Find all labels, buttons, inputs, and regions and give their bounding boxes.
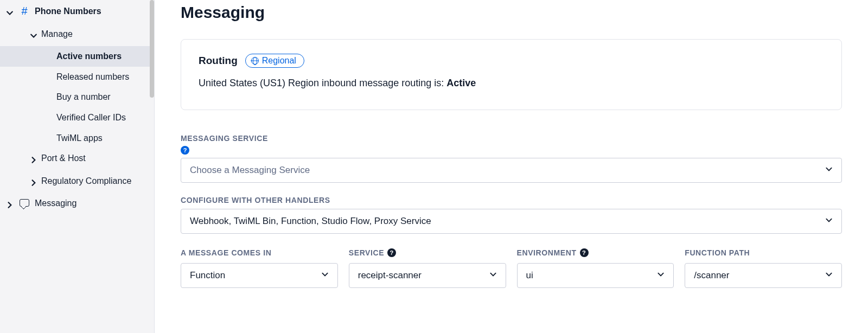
- messaging-service-label: Messaging Service: [181, 134, 842, 143]
- environment-group: Environment ? ui: [517, 247, 674, 288]
- configure-handlers-value: Webhook, TwiML Bin, Function, Studio Flo…: [190, 216, 431, 227]
- sidebar: # Phone Numbers Manage Active numbers Re…: [0, 0, 155, 333]
- sidebar-item-buy-number[interactable]: Buy a number: [0, 87, 154, 107]
- sidebar-item-twiml-apps[interactable]: TwiML apps: [0, 128, 154, 149]
- function-path-select[interactable]: /scanner: [685, 263, 842, 288]
- sidebar-item-manage[interactable]: Manage: [0, 24, 154, 47]
- sidebar-item-verified-caller-ids[interactable]: Verified Caller IDs: [0, 107, 154, 128]
- sidebar-item-label: Active numbers: [56, 50, 149, 62]
- sidebar-scrollbar[interactable]: [150, 0, 154, 98]
- service-label: Service ?: [349, 247, 506, 259]
- routing-box-header: Routing Regional: [199, 54, 824, 68]
- sidebar-item-label: Released numbers: [56, 71, 149, 83]
- sidebar-item-label: Buy a number: [56, 91, 149, 103]
- routing-title: Routing: [199, 55, 238, 67]
- sidebar-item-active-numbers[interactable]: Active numbers: [0, 46, 154, 67]
- configure-handlers-section: Configure with other handlers Webhook, T…: [181, 196, 842, 234]
- service-select[interactable]: receipt-scanner: [349, 263, 506, 288]
- chevron-right-icon: [30, 177, 38, 189]
- service-group: Service ? receipt-scanner: [349, 247, 506, 288]
- chevron-down-icon: [489, 270, 497, 281]
- configure-handlers-select[interactable]: Webhook, TwiML Bin, Function, Studio Flo…: [181, 209, 842, 234]
- messaging-service-placeholder: Choose a Messaging Service: [190, 165, 310, 176]
- environment-value: ui: [526, 270, 533, 281]
- chevron-down-icon: [30, 30, 38, 42]
- chevron-right-icon: [7, 200, 14, 212]
- hash-icon: #: [17, 5, 31, 18]
- help-icon[interactable]: ?: [181, 146, 189, 155]
- handler-fields-row: A message comes in Function Service ? re…: [181, 247, 842, 288]
- environment-label: Environment ?: [517, 247, 674, 259]
- chevron-down-icon: [825, 165, 833, 176]
- function-path-value: /scanner: [694, 270, 729, 281]
- routing-status-prefix: United States (US1) Region inbound messa…: [199, 78, 446, 88]
- help-icon[interactable]: ?: [387, 248, 396, 257]
- function-path-group: Function Path /scanner: [685, 247, 842, 288]
- chevron-down-icon: [825, 216, 833, 227]
- routing-status-text: United States (US1) Region inbound messa…: [199, 78, 824, 89]
- globe-icon: [251, 57, 259, 65]
- message-in-select[interactable]: Function: [181, 263, 338, 288]
- environment-label-text: Environment: [517, 248, 577, 257]
- sidebar-item-label: Port & Host: [41, 152, 149, 164]
- messaging-icon: [17, 197, 31, 210]
- routing-box: Routing Regional United States (US1) Reg…: [181, 39, 842, 110]
- routing-status-value: Active: [446, 78, 476, 88]
- page-title: Messaging: [181, 3, 842, 22]
- sidebar-item-port-host[interactable]: Port & Host: [0, 148, 154, 171]
- sidebar-item-label: TwiML apps: [56, 132, 149, 144]
- message-in-label: A message comes in: [181, 247, 338, 259]
- sidebar-item-released-numbers[interactable]: Released numbers: [0, 67, 154, 87]
- configure-handlers-label: Configure with other handlers: [181, 196, 842, 204]
- main-content: Messaging Routing Regional United States…: [155, 0, 868, 333]
- message-in-value: Function: [190, 270, 225, 281]
- sidebar-item-label: Messaging: [35, 197, 149, 209]
- chevron-right-icon: [30, 155, 38, 166]
- message-in-group: A message comes in Function: [181, 247, 338, 288]
- chevron-down-icon: [657, 270, 665, 281]
- sidebar-item-label: Phone Numbers: [35, 5, 149, 17]
- sidebar-item-label: Manage: [41, 28, 149, 40]
- regional-badge-label: Regional: [262, 56, 296, 66]
- service-value: receipt-scanner: [358, 270, 422, 281]
- chevron-down-icon: [321, 270, 329, 281]
- sidebar-item-regulatory-compliance[interactable]: Regulatory Compliance: [0, 171, 154, 194]
- regional-badge[interactable]: Regional: [245, 54, 304, 68]
- help-icon[interactable]: ?: [580, 248, 589, 257]
- function-path-label: Function Path: [685, 247, 842, 259]
- environment-select[interactable]: ui: [517, 263, 674, 288]
- messaging-service-select[interactable]: Choose a Messaging Service: [181, 158, 842, 183]
- sidebar-item-label: Regulatory Compliance: [41, 175, 149, 187]
- sidebar-item-phone-numbers[interactable]: # Phone Numbers: [0, 1, 154, 24]
- sidebar-item-messaging[interactable]: Messaging: [0, 193, 154, 216]
- service-label-text: Service: [349, 248, 384, 257]
- chevron-down-icon: [825, 270, 833, 281]
- messaging-service-section: Messaging Service ? Choose a Messaging S…: [181, 134, 842, 183]
- sidebar-item-label: Verified Caller IDs: [56, 112, 149, 124]
- chevron-down-icon: [7, 8, 14, 20]
